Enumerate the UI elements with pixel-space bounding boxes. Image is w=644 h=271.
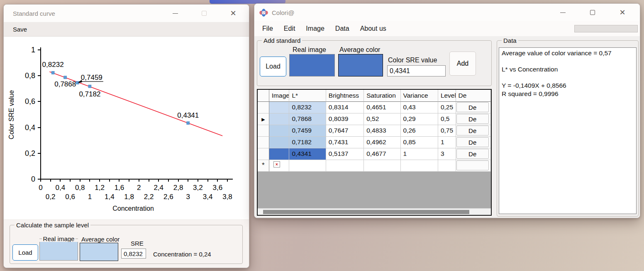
delete-button[interactable] bbox=[456, 160, 489, 170]
row-header[interactable] bbox=[258, 125, 269, 137]
empty-cell[interactable] bbox=[438, 160, 456, 172]
variance-cell[interactable]: 0,43 bbox=[401, 102, 438, 113]
saturation-cell[interactable]: 0,52 bbox=[364, 113, 400, 125]
empty-cell[interactable] bbox=[326, 160, 364, 172]
level-cell[interactable]: 0,75 bbox=[438, 125, 456, 137]
load-sample-button[interactable]: Load bbox=[12, 244, 38, 261]
grid-header-De[interactable]: De bbox=[456, 90, 491, 102]
x-tick-label: 2,4 bbox=[154, 184, 163, 192]
empty-cell[interactable] bbox=[289, 160, 326, 172]
row-header[interactable] bbox=[258, 148, 269, 160]
delete-button[interactable]: De bbox=[456, 102, 489, 112]
grid-header-Saturation[interactable]: Saturation bbox=[364, 90, 400, 102]
point-label: 0,7868 bbox=[54, 80, 76, 88]
empty-cell[interactable] bbox=[364, 160, 400, 172]
horizontal-scrollbar[interactable] bbox=[258, 208, 491, 215]
new-row: *× bbox=[258, 160, 491, 172]
maximize-button[interactable] bbox=[200, 9, 208, 17]
menu-item-save[interactable]: Save bbox=[8, 23, 32, 35]
row-header[interactable]: ▶ bbox=[258, 113, 269, 125]
close-button[interactable]: ✕ bbox=[229, 9, 237, 17]
data-point bbox=[51, 71, 54, 74]
table-row: 0,71820,74310,49620,851De bbox=[258, 137, 491, 148]
grid-header-L*[interactable]: L* bbox=[289, 90, 326, 102]
maximize-button[interactable] bbox=[588, 8, 597, 17]
delete-button[interactable]: De bbox=[456, 149, 489, 159]
variance-cell[interactable]: 0,85 bbox=[401, 137, 438, 148]
colori-window: Colori@ ✕ FileEditImageDataAbout us Add … bbox=[254, 3, 640, 218]
real-image-label: Real image bbox=[293, 46, 326, 54]
image-cell[interactable] bbox=[269, 102, 290, 113]
grid-header-corner[interactable] bbox=[258, 90, 269, 102]
data-text-line bbox=[502, 57, 634, 66]
brightness-cell[interactable]: 0,8039 bbox=[326, 113, 364, 125]
grid-header-Level[interactable]: Level bbox=[438, 90, 456, 102]
real-image-label: Real image bbox=[42, 235, 76, 242]
real-image-group: Real image bbox=[39, 235, 78, 242]
load-standard-button[interactable]: Load bbox=[260, 57, 286, 76]
standard-curve-window: Standard curve ✕ Save 00,20,40,60,8100,2… bbox=[3, 4, 249, 268]
minimize-button[interactable] bbox=[171, 9, 179, 17]
level-cell[interactable]: 3 bbox=[438, 148, 456, 160]
grid-header-Image[interactable]: Image bbox=[269, 90, 290, 102]
variance-cell[interactable]: 0,26 bbox=[401, 125, 438, 137]
saturation-cell[interactable]: 0,4833 bbox=[364, 125, 400, 137]
menu-item-file[interactable]: File bbox=[257, 22, 278, 35]
brightness-cell[interactable]: 0,5137 bbox=[326, 148, 364, 160]
row-header[interactable] bbox=[258, 137, 269, 148]
delete-cell: De bbox=[456, 113, 491, 125]
scrollbar-thumb[interactable] bbox=[263, 210, 469, 214]
minimize-button[interactable] bbox=[559, 8, 567, 17]
menu-item-edit[interactable]: Edit bbox=[278, 22, 301, 35]
colori-titlebar[interactable]: Colori@ ✕ bbox=[254, 4, 640, 21]
x-tick-label: 0,8 bbox=[75, 184, 85, 192]
l-star-cell[interactable]: 0,7868 bbox=[289, 113, 326, 125]
delete-button[interactable]: De bbox=[456, 137, 489, 147]
menu-item-image[interactable]: Image bbox=[300, 22, 329, 35]
l-star-cell[interactable]: 0,7182 bbox=[289, 137, 326, 148]
standard-curve-titlebar[interactable]: Standard curve ✕ bbox=[4, 5, 249, 22]
data-text-line: Average value of color variance = 0,57 bbox=[502, 49, 634, 57]
data-results-textbox[interactable]: Average value of color variance = 0,57L*… bbox=[499, 47, 637, 214]
saturation-cell[interactable]: 0,4651 bbox=[364, 102, 400, 113]
empty-cell[interactable] bbox=[401, 160, 438, 172]
grid-header-Variance[interactable]: Variance bbox=[401, 90, 438, 102]
delete-button[interactable]: De bbox=[456, 114, 489, 124]
brightness-cell[interactable]: 0,7647 bbox=[326, 125, 364, 137]
level-cell[interactable]: 1 bbox=[438, 137, 456, 148]
row-header[interactable] bbox=[258, 102, 269, 113]
brightness-cell[interactable]: 0,7431 bbox=[326, 137, 364, 148]
image-cell[interactable] bbox=[269, 113, 290, 125]
menu-item-data[interactable]: Data bbox=[330, 22, 355, 35]
grid-header-Brightness[interactable]: Brightness bbox=[326, 90, 364, 102]
level-cell[interactable]: 0,5 bbox=[438, 113, 456, 125]
x-tick-label: 1,6 bbox=[115, 184, 124, 192]
menu-item-about-us[interactable]: About us bbox=[355, 22, 392, 35]
variance-cell[interactable]: 0,29 bbox=[401, 113, 438, 125]
brightness-cell[interactable]: 0,8314 bbox=[326, 102, 364, 113]
variance-cell[interactable]: 1 bbox=[401, 148, 438, 160]
image-cell[interactable] bbox=[269, 137, 290, 148]
saturation-cell[interactable]: 0,4677 bbox=[364, 148, 400, 160]
new-row-header[interactable]: * bbox=[258, 160, 269, 172]
saturation-cell[interactable]: 0,4962 bbox=[364, 137, 400, 148]
close-button[interactable]: ✕ bbox=[618, 8, 627, 17]
real-image-swatch bbox=[39, 242, 78, 261]
delete-button[interactable]: De bbox=[456, 126, 489, 136]
color-sre-value-label: Color SRE value bbox=[388, 57, 437, 64]
image-cell[interactable]: × bbox=[269, 160, 290, 172]
sre-value-input[interactable] bbox=[121, 249, 146, 259]
data-text-line: R squared = 0,9996 bbox=[502, 90, 634, 98]
point-label: 0,4341 bbox=[177, 111, 199, 119]
image-cell[interactable] bbox=[269, 148, 290, 160]
x-tick-label: 3,4 bbox=[203, 193, 213, 201]
x-tick-label: 0,2 bbox=[46, 193, 56, 201]
level-cell[interactable]: 0,25 bbox=[438, 102, 456, 113]
l-star-cell[interactable]: 0,8232 bbox=[289, 102, 326, 113]
add-button[interactable]: Add bbox=[449, 52, 476, 76]
image-cell[interactable] bbox=[269, 125, 290, 137]
l-star-cell[interactable]: 0,4341 bbox=[289, 148, 326, 160]
color-sre-value-input[interactable] bbox=[387, 65, 446, 76]
delete-cell: De bbox=[456, 137, 491, 148]
l-star-cell[interactable]: 0,7459 bbox=[289, 125, 326, 137]
